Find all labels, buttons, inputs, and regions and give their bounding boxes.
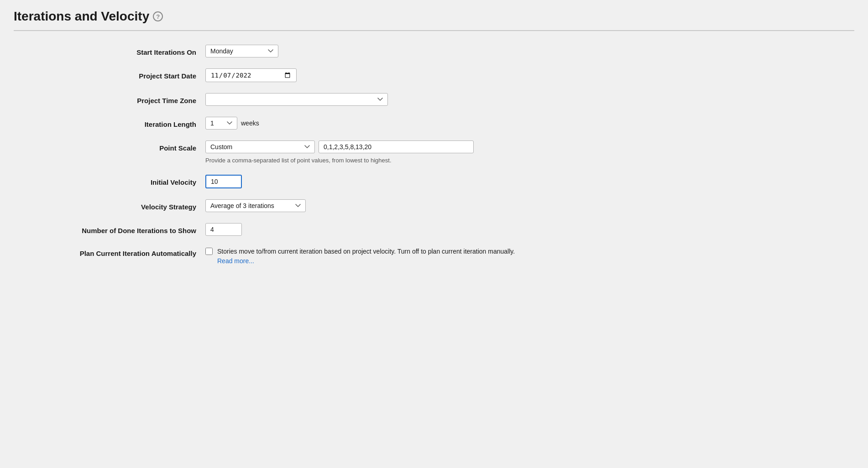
iteration-length-select[interactable]: 1 2 3 4 xyxy=(205,117,237,130)
page-title: Iterations and Velocity xyxy=(14,9,149,24)
plan-auto-description-text: Stories move to/from current iteration b… xyxy=(217,248,515,255)
start-iterations-select[interactable]: Monday Tuesday Wednesday Thursday Friday… xyxy=(205,45,278,57)
weeks-label: weeks xyxy=(241,120,259,127)
velocity-strategy-control: Average of 1 iteration Average of 2 iter… xyxy=(205,199,306,212)
project-timezone-select[interactable] xyxy=(205,93,388,106)
iteration-length-control: 1 2 3 4 weeks xyxy=(205,117,259,130)
plan-auto-row: Plan Current Iteration Automatically Sto… xyxy=(14,247,854,266)
done-iterations-label: Number of Done Iterations to Show xyxy=(14,223,205,235)
project-start-date-label: Project Start Date xyxy=(14,68,205,81)
iteration-length-row: Iteration Length 1 2 3 4 weeks xyxy=(14,117,854,130)
project-timezone-control xyxy=(205,93,388,106)
plan-auto-description: Stories move to/from current iteration b… xyxy=(217,247,515,266)
point-scale-custom-input[interactable] xyxy=(319,140,474,153)
done-iterations-input[interactable] xyxy=(205,223,242,236)
project-timezone-row: Project Time Zone xyxy=(14,93,854,106)
done-iterations-row: Number of Done Iterations to Show xyxy=(14,223,854,236)
project-start-date-row: Project Start Date xyxy=(14,68,854,82)
point-scale-help-text: Provide a comma-separated list of point … xyxy=(205,157,474,164)
project-start-date-input[interactable] xyxy=(205,68,297,82)
plan-auto-checkbox[interactable] xyxy=(205,248,213,255)
point-scale-label: Point Scale xyxy=(14,140,205,153)
start-iterations-row: Start Iterations On Monday Tuesday Wedne… xyxy=(14,45,854,57)
initial-velocity-control xyxy=(205,175,242,188)
form-body: Start Iterations On Monday Tuesday Wedne… xyxy=(14,45,854,266)
velocity-strategy-select[interactable]: Average of 1 iteration Average of 2 iter… xyxy=(205,199,306,212)
start-iterations-label: Start Iterations On xyxy=(14,45,205,57)
point-scale-control: Linear Fibonacci Powers of 2 Custom Prov… xyxy=(205,140,474,164)
velocity-strategy-row: Velocity Strategy Average of 1 iteration… xyxy=(14,199,854,212)
read-more-link[interactable]: Read more... xyxy=(217,257,254,265)
plan-auto-label: Plan Current Iteration Automatically xyxy=(14,247,205,258)
velocity-strategy-label: Velocity Strategy xyxy=(14,199,205,212)
done-iterations-control xyxy=(205,223,242,236)
point-scale-row: Point Scale Linear Fibonacci Powers of 2… xyxy=(14,140,854,164)
plan-auto-control: Stories move to/from current iteration b… xyxy=(205,247,515,266)
point-scale-select[interactable]: Linear Fibonacci Powers of 2 Custom xyxy=(205,140,315,153)
initial-velocity-row: Initial Velocity xyxy=(14,175,854,188)
help-icon[interactable]: ? xyxy=(153,11,163,21)
initial-velocity-input[interactable] xyxy=(205,175,242,188)
section-header: Iterations and Velocity ? xyxy=(14,9,854,31)
iteration-length-label: Iteration Length xyxy=(14,117,205,129)
initial-velocity-label: Initial Velocity xyxy=(14,175,205,187)
page-container: Iterations and Velocity ? Start Iteratio… xyxy=(0,0,868,286)
project-start-date-control xyxy=(205,68,297,82)
start-iterations-control: Monday Tuesday Wednesday Thursday Friday… xyxy=(205,45,278,57)
project-timezone-label: Project Time Zone xyxy=(14,93,205,105)
